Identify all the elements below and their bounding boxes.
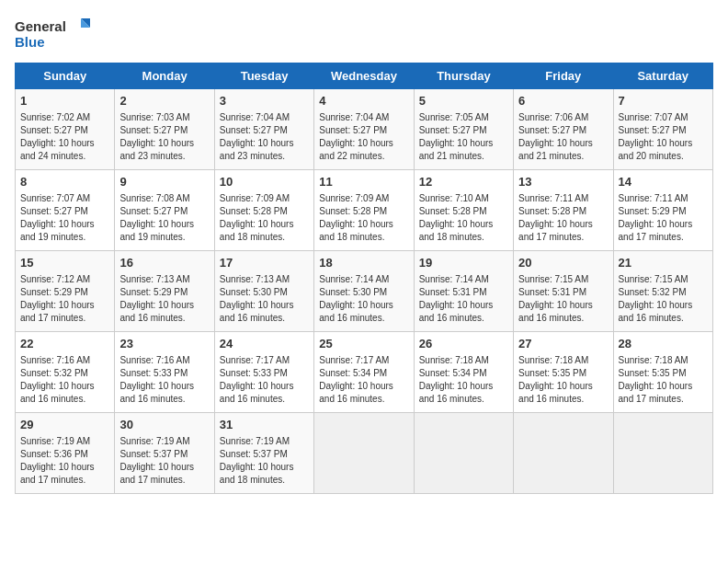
calendar-cell: 29Sunrise: 7:19 AMSunset: 5:36 PMDayligh…	[16, 413, 115, 494]
sunrise-text: Sunrise: 7:07 AM	[619, 112, 688, 122]
sunset-text: Sunset: 5:28 PM	[419, 206, 487, 216]
calendar-cell: 20Sunrise: 7:15 AMSunset: 5:31 PMDayligh…	[514, 251, 613, 332]
sunset-text: Sunset: 5:28 PM	[319, 206, 387, 216]
day-number: 11	[319, 174, 408, 190]
sunset-text: Sunset: 5:37 PM	[220, 449, 288, 459]
daylight-text: Daylight: 10 hours and 21 minutes.	[518, 138, 593, 161]
day-number: 5	[419, 93, 508, 109]
daylight-text: Daylight: 10 hours and 17 minutes.	[20, 300, 95, 323]
svg-text:General: General	[15, 18, 66, 34]
daylight-text: Daylight: 10 hours and 21 minutes.	[419, 138, 494, 161]
header-area: General Blue	[15, 15, 713, 52]
sunrise-text: Sunrise: 7:02 AM	[20, 112, 90, 122]
col-header-thursday: Thursday	[414, 63, 513, 89]
day-number: 23	[119, 336, 209, 352]
daylight-text: Daylight: 10 hours and 18 minutes.	[220, 219, 294, 242]
calendar-row: 1Sunrise: 7:02 AMSunset: 5:27 PMDaylight…	[16, 89, 713, 170]
sunset-text: Sunset: 5:36 PM	[20, 449, 88, 459]
day-number: 28	[619, 336, 708, 352]
daylight-text: Daylight: 10 hours and 17 minutes.	[119, 462, 194, 485]
logo: General Blue	[15, 15, 97, 52]
sunset-text: Sunset: 5:31 PM	[419, 287, 487, 297]
sunset-text: Sunset: 5:33 PM	[119, 368, 188, 378]
calendar-row: 29Sunrise: 7:19 AMSunset: 5:36 PMDayligh…	[16, 413, 713, 494]
sunset-text: Sunset: 5:32 PM	[619, 287, 687, 297]
sunrise-text: Sunrise: 7:17 AM	[319, 355, 389, 365]
calendar-cell	[613, 413, 712, 494]
calendar-cell: 22Sunrise: 7:16 AMSunset: 5:32 PMDayligh…	[16, 332, 115, 413]
col-header-sunday: Sunday	[16, 63, 115, 89]
calendar-cell: 24Sunrise: 7:17 AMSunset: 5:33 PMDayligh…	[214, 332, 313, 413]
day-number: 30	[119, 417, 209, 433]
day-number: 17	[220, 255, 309, 271]
calendar-cell: 30Sunrise: 7:19 AMSunset: 5:37 PMDayligh…	[115, 413, 214, 494]
col-header-saturday: Saturday	[613, 63, 712, 89]
sunrise-text: Sunrise: 7:09 AM	[220, 193, 290, 203]
day-number: 15	[20, 255, 109, 271]
sunrise-text: Sunrise: 7:19 AM	[20, 436, 90, 446]
calendar-cell: 10Sunrise: 7:09 AMSunset: 5:28 PMDayligh…	[214, 170, 313, 251]
col-header-wednesday: Wednesday	[314, 63, 414, 89]
sunrise-text: Sunrise: 7:10 AM	[419, 193, 489, 203]
daylight-text: Daylight: 10 hours and 19 minutes.	[20, 219, 95, 242]
calendar-row: 22Sunrise: 7:16 AMSunset: 5:32 PMDayligh…	[16, 332, 713, 413]
calendar-table: SundayMondayTuesdayWednesdayThursdayFrid…	[15, 63, 713, 494]
calendar-cell: 11Sunrise: 7:09 AMSunset: 5:28 PMDayligh…	[314, 170, 414, 251]
sunset-text: Sunset: 5:35 PM	[619, 368, 687, 378]
sunset-text: Sunset: 5:34 PM	[319, 368, 387, 378]
calendar-row: 15Sunrise: 7:12 AMSunset: 5:29 PMDayligh…	[16, 251, 713, 332]
sunrise-text: Sunrise: 7:11 AM	[619, 193, 688, 203]
sunset-text: Sunset: 5:37 PM	[119, 449, 188, 459]
day-number: 19	[419, 255, 508, 271]
sunset-text: Sunset: 5:27 PM	[220, 125, 288, 135]
sunset-text: Sunset: 5:35 PM	[518, 368, 586, 378]
sunrise-text: Sunrise: 7:08 AM	[119, 193, 189, 203]
calendar-cell: 13Sunrise: 7:11 AMSunset: 5:28 PMDayligh…	[514, 170, 613, 251]
sunset-text: Sunset: 5:27 PM	[119, 206, 188, 216]
day-number: 27	[518, 336, 608, 352]
daylight-text: Daylight: 10 hours and 16 minutes.	[220, 300, 294, 323]
sunset-text: Sunset: 5:27 PM	[119, 125, 188, 135]
sunset-text: Sunset: 5:30 PM	[220, 287, 288, 297]
day-number: 22	[20, 336, 109, 352]
daylight-text: Daylight: 10 hours and 16 minutes.	[518, 300, 593, 323]
calendar-cell: 16Sunrise: 7:13 AMSunset: 5:29 PMDayligh…	[115, 251, 214, 332]
col-header-friday: Friday	[514, 63, 613, 89]
sunrise-text: Sunrise: 7:03 AM	[119, 112, 189, 122]
daylight-text: Daylight: 10 hours and 19 minutes.	[119, 219, 194, 242]
sunset-text: Sunset: 5:29 PM	[619, 206, 687, 216]
calendar-cell: 9Sunrise: 7:08 AMSunset: 5:27 PMDaylight…	[115, 170, 214, 251]
daylight-text: Daylight: 10 hours and 16 minutes.	[319, 381, 393, 404]
daylight-text: Daylight: 10 hours and 20 minutes.	[619, 138, 693, 161]
daylight-text: Daylight: 10 hours and 16 minutes.	[220, 381, 294, 404]
daylight-text: Daylight: 10 hours and 16 minutes.	[619, 300, 693, 323]
sunset-text: Sunset: 5:27 PM	[419, 125, 487, 135]
sunset-text: Sunset: 5:29 PM	[20, 287, 88, 297]
day-number: 18	[319, 255, 408, 271]
logo-svg: General Blue	[15, 15, 97, 52]
calendar-cell: 8Sunrise: 7:07 AMSunset: 5:27 PMDaylight…	[16, 170, 115, 251]
calendar-cell: 1Sunrise: 7:02 AMSunset: 5:27 PMDaylight…	[16, 89, 115, 170]
day-number: 6	[518, 93, 608, 109]
calendar-cell	[414, 413, 513, 494]
day-number: 31	[220, 417, 309, 433]
calendar-cell: 18Sunrise: 7:14 AMSunset: 5:30 PMDayligh…	[314, 251, 414, 332]
daylight-text: Daylight: 10 hours and 24 minutes.	[20, 138, 95, 161]
sunset-text: Sunset: 5:27 PM	[518, 125, 586, 135]
sunset-text: Sunset: 5:29 PM	[119, 287, 188, 297]
sunset-text: Sunset: 5:28 PM	[518, 206, 586, 216]
calendar-cell	[314, 413, 414, 494]
sunrise-text: Sunrise: 7:17 AM	[220, 355, 290, 365]
sunrise-text: Sunrise: 7:04 AM	[220, 112, 290, 122]
sunset-text: Sunset: 5:27 PM	[20, 206, 88, 216]
calendar-cell: 4Sunrise: 7:04 AMSunset: 5:27 PMDaylight…	[314, 89, 414, 170]
sunrise-text: Sunrise: 7:13 AM	[119, 274, 189, 284]
day-number: 16	[119, 255, 209, 271]
sunrise-text: Sunrise: 7:18 AM	[518, 355, 588, 365]
calendar-cell: 27Sunrise: 7:18 AMSunset: 5:35 PMDayligh…	[514, 332, 613, 413]
col-header-tuesday: Tuesday	[214, 63, 313, 89]
day-number: 9	[119, 174, 209, 190]
daylight-text: Daylight: 10 hours and 17 minutes.	[20, 462, 95, 485]
daylight-text: Daylight: 10 hours and 23 minutes.	[220, 138, 294, 161]
daylight-text: Daylight: 10 hours and 18 minutes.	[319, 219, 393, 242]
